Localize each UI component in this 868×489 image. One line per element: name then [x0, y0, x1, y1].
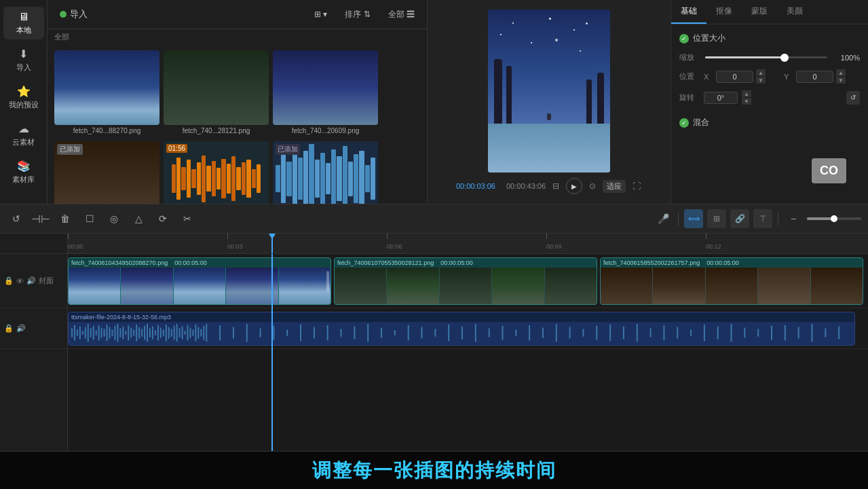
link-button[interactable]: 🔗: [730, 209, 749, 228]
fullscreen-button[interactable]: ⛶: [631, 180, 642, 192]
prop-tab-beauty[interactable]: 美颜: [777, 0, 812, 24]
video-clip-1[interactable]: fetch_74006104349502088270.png 00:00:05:…: [68, 257, 331, 305]
preview-canvas: [488, 10, 610, 173]
audio-track-label: 🔒 🔊: [0, 308, 67, 349]
effect-button[interactable]: △: [129, 209, 148, 228]
rotation-reset-button[interactable]: ↺: [846, 91, 860, 105]
split-button[interactable]: ⊣⊢: [31, 209, 50, 228]
sidebar-item-cloud[interactable]: ☁ 云素材: [3, 118, 44, 151]
scale-thumb[interactable]: [780, 54, 789, 62]
y-up-button[interactable]: ▲: [836, 69, 846, 76]
audio-track-row: ttsmaker-file-2024-8-8-15-32-56.mp3: [68, 308, 868, 349]
rotation-label: 旋转: [679, 92, 700, 103]
tree-right2: [586, 79, 592, 127]
svg-rect-38: [174, 326, 175, 340]
delete-button[interactable]: 🗑: [56, 209, 75, 228]
media-item-2[interactable]: fetch_740...20609.png: [273, 49, 378, 136]
mute-icon-audio[interactable]: 🔊: [16, 324, 26, 333]
svg-rect-14: [109, 327, 111, 339]
lock-icon-video[interactable]: 🔒: [4, 276, 14, 285]
rotation-row: 旋转 ▲ ▼ ↺: [679, 90, 860, 105]
video-clip-2[interactable]: fetch_74006107055350028121.png 00:00:05:…: [334, 257, 597, 305]
sidebar-item-import[interactable]: ⬇ 导入: [3, 43, 44, 77]
svg-rect-0: [71, 328, 73, 337]
play-button[interactable]: ▶: [566, 178, 582, 194]
record-button[interactable]: ◎: [105, 209, 124, 228]
view-toggle-button[interactable]: ⊞ ▾: [309, 7, 333, 22]
svg-rect-91: [757, 329, 759, 336]
x-axis-label: X: [704, 73, 713, 81]
snap-grid-button[interactable]: ⊞: [707, 209, 726, 228]
filter-button[interactable]: 全部 ☰: [383, 6, 420, 23]
left-sidebar: 🖥 本地 ⬇ 导入 ⭐ 我的预设 ☁ 云素材 📚 素材库: [0, 0, 48, 204]
screenshot-button[interactable]: ⊙: [588, 180, 597, 192]
blend-title: ✓ 混合: [679, 117, 860, 128]
ruler-mark-1: 00:03: [227, 243, 243, 250]
properties-panel: 基础 抠像 蒙版 美颜 ✓ 位置大小 缩放 100%: [671, 0, 868, 204]
svg-rect-92: [771, 326, 772, 340]
svg-rect-48: [200, 329, 202, 336]
sidebar-label-import: 导入: [16, 62, 31, 73]
preview-total-time: 00:00:43:06: [506, 182, 546, 190]
svg-rect-2: [77, 329, 78, 336]
prop-tab-basic[interactable]: 基础: [671, 0, 706, 24]
y-group: Y ▲ ▼: [784, 69, 860, 84]
tree-left2: [506, 66, 512, 127]
svg-rect-27: [144, 326, 145, 340]
media-item-5[interactable]: 已添加 00:44 ttsmaker-...32-56.mp3: [273, 140, 378, 204]
align-button[interactable]: ⊤: [753, 209, 772, 228]
mute-icon-video[interactable]: 🔊: [26, 276, 36, 285]
lock-icon-audio[interactable]: 🔒: [4, 324, 14, 333]
zoom-out-button[interactable]: −: [784, 209, 803, 228]
import-button[interactable]: 导入: [54, 5, 93, 23]
svg-rect-83: [650, 328, 652, 337]
adapt-button[interactable]: 适应: [603, 180, 626, 193]
svg-rect-90: [744, 327, 745, 338]
svg-rect-96: [825, 328, 826, 337]
svg-rect-70: [475, 324, 476, 342]
audio-clip-header: ttsmaker-file-2024-8-8-15-32-56.mp3: [69, 312, 854, 322]
media-item-4[interactable]: 01:56 StockTune...02527.mp3: [164, 140, 269, 204]
sidebar-item-mypresets[interactable]: ⭐ 我的预设: [3, 81, 44, 114]
y-value-input[interactable]: [796, 71, 833, 83]
media-thumb-0: [54, 50, 159, 125]
clip-1-resize[interactable]: [325, 258, 331, 304]
zoom-thumb[interactable]: [831, 215, 837, 222]
x-up-button[interactable]: ▲: [756, 69, 766, 76]
svg-rect-78: [582, 329, 584, 336]
subtitle-bar: 调整每一张插图的持续时间: [0, 451, 868, 489]
rotation-down-button[interactable]: ▼: [742, 98, 751, 105]
x-down-button[interactable]: ▼: [756, 77, 766, 84]
snap-magnetic-button[interactable]: ⟺: [684, 209, 703, 228]
media-item-0[interactable]: fetch_740...88270.png: [54, 49, 159, 136]
mic-button[interactable]: 🎤: [654, 209, 673, 228]
undo-button[interactable]: ↺: [7, 209, 26, 228]
media-item-1[interactable]: fetch_740...28121.png: [164, 49, 269, 136]
prop-tab-cutout[interactable]: 抠像: [706, 0, 742, 24]
grid-view-button[interactable]: ⊟: [551, 180, 561, 192]
sidebar-item-library[interactable]: 📚 素材库: [3, 156, 44, 189]
audio-clip-1[interactable]: ttsmaker-file-2024-8-8-15-32-56.mp3: [68, 312, 855, 346]
rotation-input[interactable]: [704, 92, 738, 104]
eye-icon-video[interactable]: 👁: [16, 277, 24, 285]
video-clip-3[interactable]: fetch_74006158552002261757.png 00:00:05:…: [600, 257, 863, 305]
zoom-slider[interactable]: [807, 217, 861, 220]
y-down-button[interactable]: ▼: [836, 77, 846, 84]
prop-tab-mask[interactable]: 蒙版: [742, 0, 777, 24]
scale-slider[interactable]: [705, 56, 827, 58]
sidebar-item-local[interactable]: 🖥 本地: [3, 7, 44, 39]
svg-rect-54: [260, 328, 261, 337]
trim-button[interactable]: ✂: [178, 209, 197, 228]
svg-rect-60: [341, 329, 342, 336]
rotation-stepper: ▲ ▼: [742, 90, 751, 105]
scale-value: 100%: [833, 54, 860, 62]
media-thumb-4: 01:56: [164, 141, 269, 204]
svg-rect-4: [82, 331, 83, 335]
svg-rect-5: [85, 327, 86, 339]
sort-button[interactable]: 排序 ⇅: [339, 6, 375, 23]
rotate-button[interactable]: ⟳: [153, 209, 172, 228]
duplicate-button[interactable]: ☐: [80, 209, 99, 228]
x-value-input[interactable]: [716, 71, 753, 83]
media-item-3[interactable]: 已添加 fetch_740...61757.png: [54, 140, 159, 204]
rotation-up-button[interactable]: ▲: [742, 90, 751, 97]
